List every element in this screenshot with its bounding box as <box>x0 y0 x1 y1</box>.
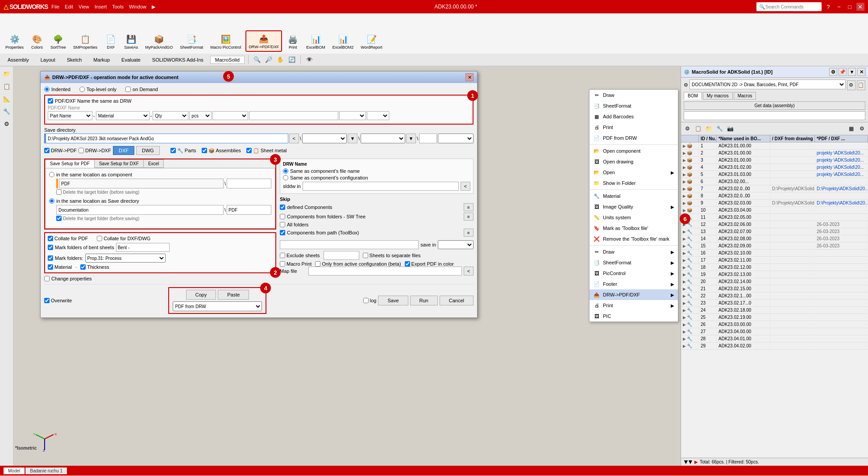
row-expand[interactable]: ▶ <box>683 280 686 284</box>
table-row[interactable]: ▶ 🔧 28 ADK23.04.01.00 <box>681 335 868 342</box>
mark-folders-select[interactable]: Prop.31: Process <box>85 254 166 263</box>
slddw-browse-btn[interactable]: < <box>461 182 470 191</box>
exclude-sheets-checkbox[interactable] <box>280 253 285 258</box>
ribbon-btn-wordreport[interactable]: 📝 WordReport <box>358 31 385 52</box>
extra-input[interactable] <box>249 111 338 120</box>
sidebar-icon-2[interactable]: 📋 <box>1 81 12 92</box>
material-select[interactable]: Material <box>96 111 150 120</box>
ribbon-btn-dxf[interactable]: 📄 DXF <box>102 31 120 52</box>
save-dir-btn3[interactable]: ▼ <box>406 134 416 143</box>
sheets-separate-checkbox[interactable] <box>363 253 368 258</box>
row-expand[interactable]: ▶ <box>683 265 686 270</box>
location-radio1[interactable] <box>49 172 54 177</box>
log-label[interactable]: log <box>363 298 377 303</box>
ribbon-btn-drwpdfdxf[interactable]: 📤 DRW->PDF/DXF <box>245 30 282 52</box>
collate-dxf-label[interactable]: Collate for DXF/DWG <box>97 236 150 241</box>
sidebar-icon-3[interactable]: 📐 <box>1 93 12 104</box>
table-row[interactable]: ▶ 🔧 12 ADK23.02.06.00 26-03-2023 <box>681 221 868 228</box>
run-btn[interactable]: Run <box>410 296 438 305</box>
skip-folders-label[interactable]: Components from folders - SW Tree <box>280 214 365 219</box>
cancel-btn[interactable]: Cancel <box>440 296 473 305</box>
thickness-checkbox[interactable] <box>80 264 86 270</box>
thickness-label[interactable]: Thickness <box>80 264 109 270</box>
ribbon-btn-colors[interactable]: 🎨 Colors <box>28 31 46 52</box>
ctx-menu-item[interactable]: 🖨 Print <box>590 122 678 133</box>
location-path2-folder1[interactable] <box>56 205 224 215</box>
ctx-menu-item[interactable]: 📏 Units system <box>590 212 678 223</box>
table-row[interactable]: ▶ 📦 7 ADK23.02.0..00 D:\Projekty\ADKSoli… <box>681 185 868 192</box>
row-expand[interactable]: ▶ <box>683 322 686 327</box>
slddw-input[interactable] <box>303 182 459 191</box>
rp-col-dxf[interactable]: / DXF from drawing <box>770 135 815 142</box>
ctx-menu-item[interactable]: 🖼 Image Quality ▶ <box>590 201 678 212</box>
ctx-menu-item[interactable]: 🔖 Mark as 'Toolbox file' <box>590 223 678 234</box>
ribbon-btn-excelbom2[interactable]: 📊 ExcelBOM2 <box>330 31 357 52</box>
rp-icon-5[interactable]: 📷 <box>725 124 735 134</box>
skip-defined-btn[interactable]: ≡ <box>464 203 473 211</box>
sidebar-icon-5[interactable]: ⚙ <box>1 118 12 129</box>
dwg-btn[interactable]: DWG <box>136 146 160 155</box>
radio-indented[interactable]: Indented <box>44 87 71 92</box>
sheets-separate-label[interactable]: Sheets to separate files <box>363 253 421 258</box>
table-row[interactable]: ▶ 📦 8 ADK23.02.0..00 <box>681 192 868 200</box>
rp-settings-btn[interactable]: ⚙ <box>829 68 837 76</box>
paste-btn[interactable]: Paste <box>218 290 249 300</box>
row-expand[interactable]: ▶ <box>683 201 686 205</box>
row-expand[interactable]: ▶ <box>683 151 686 155</box>
rp-config-btn2[interactable]: 📋 <box>857 80 865 90</box>
rp-tab-mymacros[interactable]: My macros <box>703 92 733 100</box>
ctx-menu-item[interactable]: 📄 PDF from DRW <box>590 133 678 143</box>
rp-col-name[interactable]: *Name used in BO... <box>717 135 770 142</box>
row-expand[interactable]: ▶ <box>683 244 686 248</box>
dxf-btn[interactable]: DXF <box>113 146 134 155</box>
row-expand[interactable]: ▶ <box>683 294 686 298</box>
table-row[interactable]: ▶ 🔧 20 ADK23.02.14.00 <box>681 278 868 285</box>
ctx-menu-item[interactable]: 🖼 Open drawing <box>590 156 678 167</box>
skip-allfolders-checkbox[interactable] <box>280 222 285 227</box>
menu-tools[interactable]: Tools <box>112 4 124 10</box>
exclude-sheets-input[interactable] <box>324 251 359 260</box>
delete-checkbox2[interactable] <box>56 216 62 221</box>
skip-defined-checkbox[interactable] <box>280 205 285 210</box>
tab-sketch[interactable]: Sketch <box>62 56 87 64</box>
collate-dxf-checkbox[interactable] <box>97 236 102 241</box>
sheetmetal-checkbox[interactable]: 📋 Sheet metal <box>246 148 287 154</box>
drw-pdf-checkbox[interactable]: DRW->PDF <box>44 148 77 153</box>
status-tab-motion[interactable]: Badanie ruchu 1 <box>25 468 67 474</box>
status-tab-model[interactable]: Model <box>4 468 25 474</box>
row-expand[interactable]: ▶ <box>683 187 686 191</box>
toolbar2-hand-icon[interactable]: ✋ <box>275 55 285 65</box>
export-color-checkbox[interactable] <box>405 261 410 267</box>
ribbon-btn-print[interactable]: 🖨️ Print <box>284 31 302 52</box>
location-path2-folder2[interactable] <box>227 205 271 215</box>
table-row[interactable]: ▶ 📦 9 ADK23.02.03.00 D:\Projekty\ADKSoli… <box>681 200 868 207</box>
table-row[interactable]: ▶ 🔧 21 ADK23.02.15.00 <box>681 285 868 292</box>
ctx-menu-item[interactable]: 📄 Footer ▶ <box>590 279 678 289</box>
table-row[interactable]: ▶ 🔧 29 ADK23.04.02.00 <box>681 342 868 350</box>
row-expand[interactable]: ▶ <box>683 251 686 255</box>
rp-close-btn[interactable]: ✕ <box>857 68 865 76</box>
table-row[interactable]: ▶ 📦 5 ADK23.01.03.00 projekty \ADKSolid\… <box>681 171 868 178</box>
export-color-label[interactable]: Export PDF in color <box>405 261 454 267</box>
save-dir-select1[interactable] <box>302 134 347 143</box>
skip-allfolders-label[interactable]: All folders <box>280 222 308 227</box>
rp-tab-bom[interactable]: BOM <box>684 92 702 100</box>
pcs-select[interactable]: pcs <box>189 111 212 120</box>
delete-checkbox1[interactable] <box>56 189 62 195</box>
ctx-menu-item[interactable]: 📑 SheetFormat ▶ <box>590 257 678 268</box>
rp-expand-icon[interactable]: ⯆⯆ <box>684 459 693 464</box>
overwrite-label[interactable]: Overwrite <box>44 298 72 303</box>
save-dir-select2[interactable] <box>361 134 405 143</box>
menu-edit[interactable]: Edit <box>65 4 73 10</box>
table-row[interactable]: ▶ 🔧 26 ADK23.03.00.00 <box>681 321 868 328</box>
toolbar2-search-icon[interactable]: 🔍 <box>252 55 262 65</box>
ribbon-btn-smproperties[interactable]: 📋 SMProperties <box>71 31 100 52</box>
table-row[interactable]: ▶ 🔧 25 ADK23.02.19.00 <box>681 314 868 321</box>
row-expand[interactable]: ▶ <box>683 315 686 320</box>
part-name-select[interactable]: Part Name <box>48 111 92 120</box>
log-checkbox[interactable] <box>363 298 369 303</box>
skip-toolbox-btn[interactable]: ≡ <box>464 229 473 237</box>
table-row[interactable]: ▶ 🔧 27 ADK23.04.00.00 <box>681 328 868 335</box>
mark-folders-checkbox[interactable] <box>48 255 53 261</box>
drw-same-file-label[interactable]: Same as component's file name <box>283 168 470 174</box>
